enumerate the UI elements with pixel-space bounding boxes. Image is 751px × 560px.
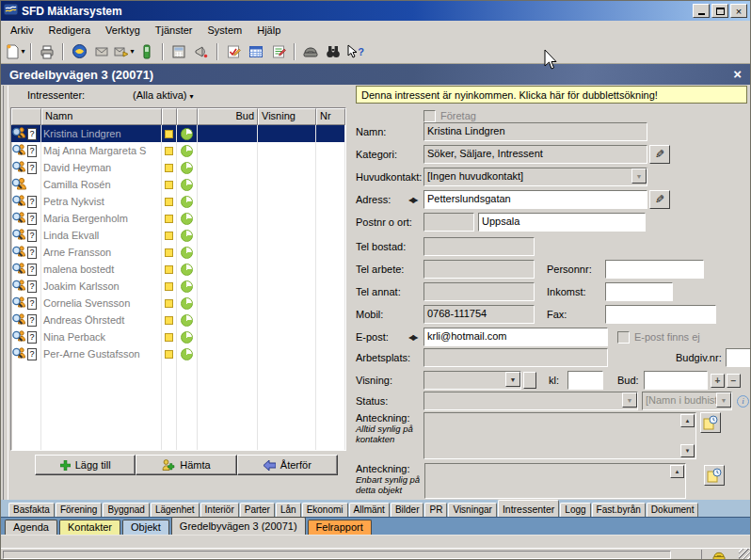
- menu-system[interactable]: System: [200, 22, 250, 39]
- column-visning[interactable]: Visning: [258, 108, 316, 125]
- tab-bilder[interactable]: Bilder: [391, 503, 424, 517]
- arbetsplats-field[interactable]: [423, 348, 608, 367]
- tab-allmant[interactable]: Allmänt: [349, 503, 390, 517]
- scroll-up-button[interactable]: ▲: [680, 414, 695, 427]
- tab-lagenhet[interactable]: Lägenhet: [151, 503, 200, 517]
- epost-finns-ej-checkbox[interactable]: [617, 331, 630, 344]
- list-item[interactable]: ? Andreas Öhrstedt: [11, 312, 345, 328]
- tab-felrapport[interactable]: Felrapport: [308, 520, 372, 535]
- tab-basfakta[interactable]: Basfakta: [8, 503, 55, 517]
- task-check-button[interactable]: [222, 41, 245, 62]
- object-close-icon[interactable]: ×: [733, 68, 742, 81]
- tab-ekonomi[interactable]: Ekonomi: [302, 503, 348, 517]
- kategori-edit-button[interactable]: ✎: [649, 145, 670, 164]
- column-status-pie[interactable]: [177, 108, 198, 125]
- adress-field[interactable]: Petterslundsgatan: [423, 190, 647, 209]
- chevron-down-icon[interactable]: ▼: [505, 372, 520, 387]
- tab-interior[interactable]: Interiör: [200, 503, 239, 517]
- chevron-down-icon[interactable]: ▼: [631, 168, 647, 184]
- menu-tjanster[interactable]: Tjänster: [148, 22, 200, 39]
- phone-dial-button[interactable]: [299, 41, 322, 62]
- announcement-button[interactable]: [190, 41, 213, 62]
- minimize-button[interactable]: [693, 4, 710, 18]
- context-help-button[interactable]: ?: [344, 41, 367, 62]
- journal-note-button[interactable]: [267, 41, 290, 62]
- menu-redigera[interactable]: Redigera: [40, 22, 98, 39]
- fetch-button[interactable]: Hämta: [136, 455, 236, 475]
- info-icon[interactable]: i: [737, 395, 749, 408]
- epost-field[interactable]: krli@hotmail.com: [423, 328, 608, 346]
- list-item[interactable]: ? Maj Anna Margareta S: [11, 142, 345, 159]
- tab-fastbyran[interactable]: Fast.byrån: [592, 503, 646, 517]
- bud-field[interactable]: [644, 371, 708, 390]
- menu-verktyg[interactable]: Verktyg: [98, 22, 148, 39]
- tab-lan[interactable]: Lån: [276, 503, 301, 517]
- column-icon[interactable]: [11, 108, 41, 125]
- tab-forening[interactable]: Förening: [56, 503, 102, 517]
- fax-field[interactable]: [605, 305, 716, 324]
- adress-edit-button[interactable]: ✎: [649, 190, 670, 209]
- tab-byggnad[interactable]: Byggnad: [103, 503, 149, 517]
- add-button[interactable]: Lägg till: [35, 455, 136, 475]
- tab-parter[interactable]: Parter: [240, 503, 275, 517]
- scroll-down-button[interactable]: ▼: [680, 444, 695, 457]
- mail-button[interactable]: [90, 41, 113, 62]
- send-mail-dropdown-icon[interactable]: ▾: [130, 47, 134, 56]
- list-item[interactable]: ? Maria Bergenholm: [11, 210, 345, 227]
- budhist-select[interactable]: [Namn i budhist]▼: [642, 392, 732, 410]
- list-item[interactable]: ? Per-Arne Gustafsson: [11, 345, 345, 362]
- send-mail-button[interactable]: ▾: [113, 41, 136, 62]
- tab-objekt[interactable]: Objekt: [122, 520, 169, 535]
- list-item[interactable]: ? Cornelia Svensson: [11, 295, 345, 312]
- tab-logg[interactable]: Logg: [560, 503, 590, 517]
- kl-field[interactable]: [567, 371, 603, 390]
- foretag-checkbox[interactable]: [423, 110, 436, 122]
- list-item[interactable]: ? Nina Perback: [11, 328, 345, 345]
- tab-visningar[interactable]: Visningar: [448, 503, 497, 517]
- tab-pr[interactable]: PR: [424, 503, 447, 517]
- resize-grip[interactable]: [739, 549, 751, 559]
- scroll-up-button[interactable]: ▲: [670, 465, 684, 478]
- list-item[interactable]: Camilla Rosén: [11, 176, 345, 193]
- list-item[interactable]: ? Kristina Lindgren: [11, 125, 345, 142]
- anteckning2-note-button[interactable]: [704, 465, 725, 486]
- list-item[interactable]: ? Petra Nykvist: [11, 193, 345, 210]
- calculator-button[interactable]: [168, 41, 190, 62]
- maximize-button[interactable]: [711, 4, 728, 18]
- new-document-button[interactable]: ▾: [4, 41, 26, 62]
- anteckning1-note-button[interactable]: [700, 412, 721, 433]
- column-namn[interactable]: Namn: [41, 108, 162, 125]
- tab-intressenter[interactable]: Intressenter: [498, 500, 559, 517]
- personnr-field[interactable]: [605, 260, 704, 279]
- close-button[interactable]: ×: [730, 4, 747, 18]
- visning-select[interactable]: ▼: [423, 371, 521, 390]
- column-nr[interactable]: Nr: [316, 108, 345, 125]
- list-item[interactable]: ? malena bostedt: [11, 261, 345, 278]
- bud-minus-button[interactable]: −: [727, 374, 741, 388]
- list-item[interactable]: ? David Heyman: [11, 159, 345, 176]
- menu-hjalp[interactable]: Hjälp: [249, 22, 288, 39]
- anteckning2-textarea[interactable]: ▲: [424, 463, 686, 499]
- namn-field[interactable]: Kristina Lindgren: [423, 122, 647, 141]
- duplicate-notice[interactable]: Denna intressent är nyinkommen. Klicka h…: [356, 86, 747, 104]
- tel-arbete-field[interactable]: [423, 260, 535, 279]
- interessenter-filter-dropdown[interactable]: (Alla aktiva) ▾: [133, 89, 194, 101]
- tab-kontakter[interactable]: Kontakter: [59, 520, 120, 535]
- list-item[interactable]: ? Linda Ekvall: [11, 227, 345, 244]
- column-bud[interactable]: Bud: [198, 108, 258, 125]
- chevron-down-icon[interactable]: ▼: [716, 392, 731, 408]
- tel-bostad-field[interactable]: [423, 237, 535, 256]
- record-nav-arrows-icon[interactable]: ◀▶: [408, 333, 416, 342]
- list-item[interactable]: ? Joakim Karlsson: [11, 278, 345, 295]
- menu-arkiv[interactable]: Arkiv: [3, 22, 40, 39]
- tab-current-object[interactable]: Gredelbyvägen 3 (20071): [171, 517, 306, 535]
- ort-field[interactable]: Uppsala: [478, 213, 646, 232]
- visning-more-button[interactable]: [523, 372, 536, 389]
- column-bud-indicator[interactable]: [162, 108, 177, 125]
- mobil-field[interactable]: 0768-111754: [423, 305, 535, 324]
- status-select[interactable]: ▼: [423, 392, 638, 410]
- tel-annat-field[interactable]: [423, 282, 535, 301]
- kategori-field[interactable]: Söker, Säljare, Intressent: [423, 145, 647, 164]
- chevron-down-icon[interactable]: ▼: [622, 392, 637, 408]
- inkomst-field[interactable]: [605, 282, 673, 301]
